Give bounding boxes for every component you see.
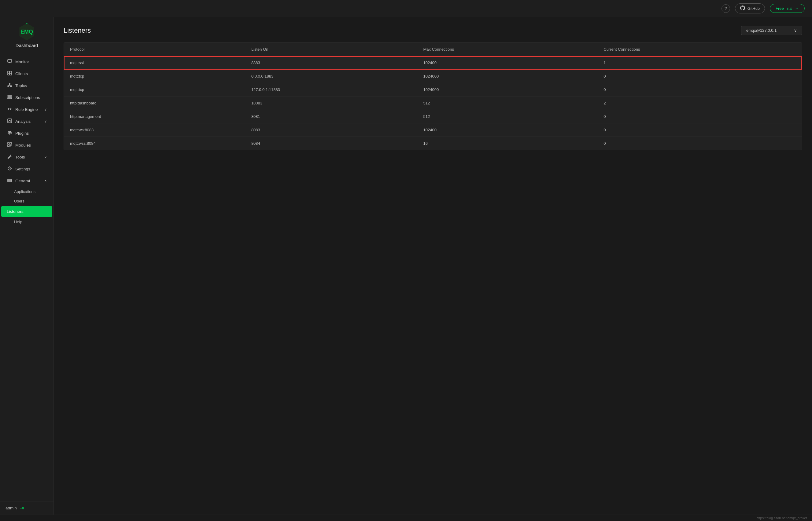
layout: EMQ Dashboard Monitor Clients [0, 17, 812, 515]
sidebar-item-subscriptions-label: Subscriptions [15, 95, 40, 100]
cell-listen-on: 8083 [245, 123, 417, 137]
tools-arrow-icon: ∨ [44, 155, 47, 159]
logo-icon: EMQ [18, 23, 36, 40]
sidebar-logo: EMQ Dashboard [0, 17, 54, 53]
github-button[interactable]: GitHub [735, 3, 765, 14]
table-row[interactable]: mqtt:wss:80848084160 [64, 137, 802, 150]
cell-protocol: http:management [64, 110, 245, 123]
svg-rect-2 [10, 71, 12, 73]
sidebar-item-settings[interactable]: Settings [1, 163, 52, 175]
modules-icon [7, 142, 12, 148]
plugins-icon [7, 130, 12, 136]
table-row[interactable]: mqtt:tcp127.0.0.1:1188310240000 [64, 83, 802, 96]
sidebar-item-monitor-label: Monitor [15, 60, 29, 64]
cell-max-connections: 102400 [417, 56, 598, 70]
table-row[interactable]: mqtt:ssl88831024001 [64, 56, 802, 70]
svg-rect-1 [8, 71, 9, 73]
cell-listen-on: 0.0.0.0:1883 [245, 70, 417, 83]
sidebar-item-applications[interactable]: Applications [0, 187, 54, 196]
sidebar-item-monitor[interactable]: Monitor [1, 56, 52, 67]
sidebar-item-rule-engine[interactable]: Rule Engine ∨ [1, 104, 52, 115]
github-label: GitHub [747, 6, 760, 11]
cell-current-connections: 0 [597, 110, 802, 123]
sidebar-item-help-label: Help [14, 220, 22, 224]
cell-protocol: mqtt:tcp [64, 70, 245, 83]
cell-current-connections: 0 [597, 70, 802, 83]
rule-engine-arrow-icon: ∨ [44, 108, 47, 111]
sidebar-item-listeners-label: Listeners [7, 209, 24, 214]
sidebar-bottom: admin ⇥ [0, 501, 54, 515]
freetrial-arrow-icon: → [795, 6, 799, 11]
sidebar-item-plugins[interactable]: Plugins [1, 127, 52, 139]
sidebar: EMQ Dashboard Monitor Clients [0, 17, 54, 515]
cell-max-connections: 1024000 [417, 70, 598, 83]
node-selector[interactable]: emqx@127.0.0.1 ∨ [741, 26, 802, 35]
user-label: admin [5, 506, 17, 510]
help-icon: ? [725, 6, 727, 11]
table-row[interactable]: http:management80815120 [64, 110, 802, 123]
sidebar-item-modules[interactable]: Modules [1, 139, 52, 151]
cell-protocol: http:dashboard [64, 96, 245, 110]
bottombar: https://blog.csdn.net/emqx_broker [0, 515, 812, 521]
general-arrow-icon: ∧ [44, 179, 47, 183]
svg-rect-0 [8, 60, 12, 62]
sidebar-item-tools[interactable]: Tools ∨ [1, 151, 52, 163]
rule-engine-icon [7, 107, 12, 112]
table-row[interactable]: mqtt:tcp0.0.0.0:188310240000 [64, 70, 802, 83]
cell-current-connections: 0 [597, 83, 802, 96]
node-selector-label: emqx@127.0.0.1 [746, 28, 776, 33]
sidebar-item-modules-label: Modules [15, 143, 31, 148]
table-header: Protocol Listen On Max Connections Curre… [64, 43, 802, 56]
sidebar-item-users[interactable]: Users [0, 196, 54, 206]
topics-icon [7, 83, 12, 88]
svg-point-15 [9, 168, 10, 169]
svg-rect-3 [8, 73, 9, 75]
sidebar-item-users-label: Users [14, 199, 24, 203]
main-content: Listeners emqx@127.0.0.1 ∨ Protocol List… [54, 17, 812, 515]
analysis-icon [7, 118, 12, 124]
page-header: Listeners emqx@127.0.0.1 ∨ [64, 26, 802, 35]
cell-max-connections: 512 [417, 110, 598, 123]
cell-current-connections: 1 [597, 56, 802, 70]
sidebar-item-analysis[interactable]: Analysis ∨ [1, 115, 52, 127]
table-row[interactable]: mqtt:ws:808380831024000 [64, 123, 802, 137]
cell-listen-on: 8883 [245, 56, 417, 70]
cell-max-connections: 16 [417, 137, 598, 150]
topbar: ? GitHub Free Trial → [0, 0, 812, 17]
sidebar-item-applications-label: Applications [14, 189, 36, 194]
sidebar-item-clients[interactable]: Clients [1, 68, 52, 80]
cell-protocol: mqtt:ssl [64, 56, 245, 70]
svg-rect-17 [8, 180, 12, 181]
subscriptions-icon [7, 95, 12, 100]
listeners-table-container: Protocol Listen On Max Connections Curre… [64, 42, 802, 150]
freetrial-button[interactable]: Free Trial → [770, 4, 805, 13]
cell-current-connections: 0 [597, 137, 802, 150]
sidebar-item-rule-engine-label: Rule Engine [15, 107, 38, 112]
logout-icon[interactable]: ⇥ [20, 505, 24, 511]
freetrial-label: Free Trial [776, 6, 792, 11]
help-button[interactable]: ? [722, 4, 730, 13]
sidebar-item-subscriptions[interactable]: Subscriptions [1, 92, 52, 103]
general-icon [7, 178, 12, 184]
cell-listen-on: 8084 [245, 137, 417, 150]
sidebar-item-clients-label: Clients [15, 71, 28, 76]
svg-rect-8 [8, 96, 12, 96]
bottombar-url: https://blog.csdn.net/emqx_broker [756, 516, 807, 520]
svg-rect-13 [10, 143, 12, 144]
clients-icon [7, 71, 12, 76]
svg-rect-9 [8, 97, 12, 97]
sidebar-item-tools-label: Tools [15, 155, 25, 159]
svg-rect-4 [10, 73, 12, 75]
dashboard-title: Dashboard [16, 43, 38, 48]
sidebar-item-listeners[interactable]: Listeners [1, 206, 52, 217]
table-row[interactable]: http:dashboard180835122 [64, 96, 802, 110]
tools-icon [7, 154, 12, 160]
cell-protocol: mqtt:tcp [64, 83, 245, 96]
sidebar-item-topics[interactable]: Topics [1, 80, 52, 91]
sidebar-item-general[interactable]: General ∧ [1, 175, 52, 187]
sidebar-item-help[interactable]: Help [0, 217, 54, 227]
sidebar-item-analysis-label: Analysis [15, 119, 30, 124]
col-protocol: Protocol [64, 43, 245, 56]
svg-rect-12 [8, 143, 9, 144]
settings-icon [7, 166, 12, 172]
